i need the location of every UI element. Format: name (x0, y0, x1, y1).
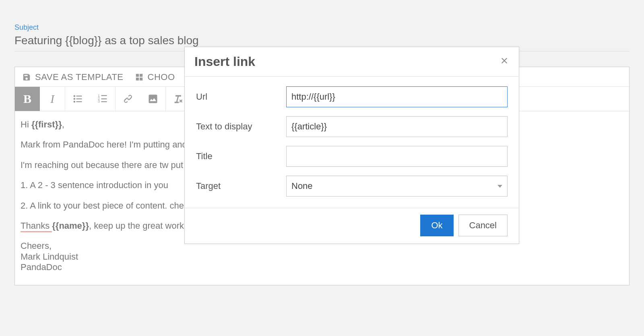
image-icon (147, 93, 159, 104)
svg-rect-7 (101, 95, 107, 96)
dialog-close-button[interactable] (500, 56, 509, 68)
close-icon (500, 56, 509, 66)
text-to-display-input[interactable] (286, 116, 508, 137)
svg-text:3: 3 (98, 100, 100, 103)
link-icon (122, 93, 134, 104)
signature-company: PandaDoc (21, 262, 623, 272)
clear-format-icon (173, 93, 184, 104)
target-label: Target (196, 181, 286, 191)
svg-rect-3 (76, 98, 82, 99)
dialog-title: Insert link (194, 54, 255, 69)
numbered-list-button[interactable]: 123 (90, 87, 115, 111)
target-select[interactable]: None (286, 176, 508, 197)
target-selected-value: None (291, 181, 313, 191)
save-as-template-label: SAVE AS TEMPLATE (35, 72, 124, 82)
svg-point-4 (74, 101, 76, 103)
save-icon (22, 73, 31, 82)
choose-template-label: CHOO (148, 72, 175, 82)
cancel-button[interactable]: Cancel (458, 215, 508, 236)
svg-rect-5 (76, 101, 82, 102)
svg-rect-9 (101, 98, 107, 99)
svg-rect-1 (76, 96, 82, 96)
url-label: Url (196, 92, 286, 102)
signature-name: Mark Lindquist (21, 252, 623, 262)
chevron-down-icon (497, 185, 502, 188)
subject-label: Subject (14, 23, 630, 32)
svg-point-2 (74, 98, 76, 100)
text-to-display-label: Text to display (196, 121, 286, 132)
link-button[interactable] (116, 87, 140, 111)
numbered-list-icon: 123 (97, 93, 108, 104)
insert-link-dialog: Insert link Url Text to display Title Ta… (184, 47, 519, 244)
italic-button[interactable]: I (40, 87, 65, 111)
greeting-token: {{first}} (31, 119, 62, 129)
grid-icon (135, 73, 144, 82)
bullet-list-button[interactable] (65, 87, 90, 111)
title-input[interactable] (286, 146, 508, 167)
thanks-word: Thanks (21, 221, 52, 232)
url-input[interactable] (286, 86, 508, 107)
svg-rect-11 (101, 101, 107, 102)
bold-button[interactable]: B (15, 87, 40, 111)
greeting-pre: Hi (21, 119, 31, 129)
choose-template-button[interactable]: CHOO (135, 72, 175, 82)
svg-point-0 (74, 95, 76, 97)
name-token: {{name}} (52, 221, 89, 231)
ok-button[interactable]: Ok (420, 215, 453, 236)
title-label: Title (196, 151, 286, 162)
save-as-template-button[interactable]: SAVE AS TEMPLATE (22, 72, 124, 82)
image-button[interactable] (140, 87, 165, 111)
bullet-list-icon (72, 93, 83, 104)
greeting-post: , (62, 119, 64, 129)
